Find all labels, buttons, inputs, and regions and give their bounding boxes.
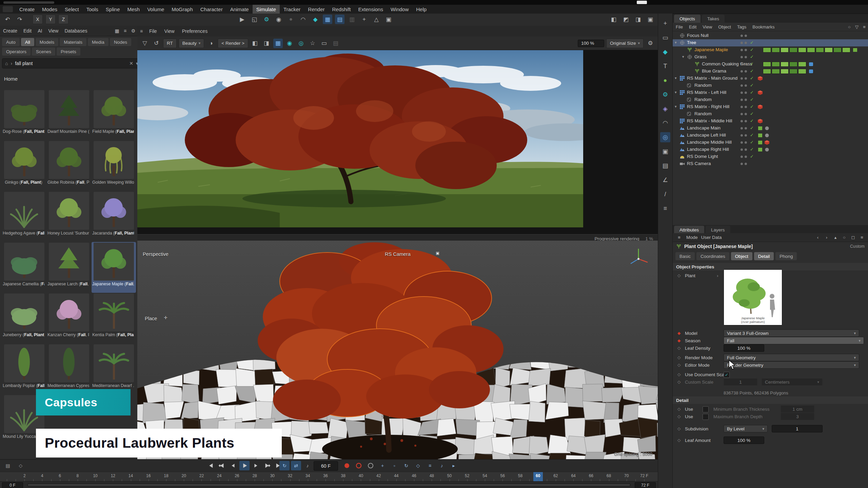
place-tool-icon[interactable]: ✛ (164, 315, 167, 320)
material-swatch[interactable] (825, 47, 833, 53)
asset-item[interactable]: Field Maple (Fall, Plant) (92, 89, 136, 140)
season-dropdown[interactable]: Fall▾ (724, 337, 864, 344)
key-diamond-icon[interactable]: ◇ (677, 372, 680, 377)
redo-icon[interactable]: ↷ (15, 15, 24, 24)
grid-view-icon[interactable]: ▦ (113, 27, 121, 35)
viewport-camera-label[interactable]: RS Camera (385, 251, 411, 257)
keyframe-diamond-icon[interactable]: ◆ (677, 338, 680, 343)
menu-mograph[interactable]: MoGraph (168, 5, 197, 14)
instance-tag-icon[interactable] (808, 62, 814, 67)
material-swatch[interactable] (763, 69, 771, 74)
undo-icon[interactable]: ↶ (3, 15, 12, 24)
visibility-dot-render[interactable] (745, 141, 747, 144)
snapshot-add-icon[interactable]: ◎ (296, 39, 306, 48)
material-swatch[interactable] (781, 47, 789, 53)
enabled-check-icon[interactable]: ✓ (750, 111, 754, 116)
sound-icon[interactable]: ♪ (302, 461, 313, 470)
parameter-key-toggle[interactable]: ◇ (413, 461, 423, 470)
objects-menu-bookmarks[interactable]: Bookmarks (749, 24, 777, 29)
simulation-scene-icon[interactable]: ● (660, 75, 670, 85)
visibility-dot-editor[interactable] (741, 134, 743, 137)
redshift-matrix-tag-icon[interactable] (757, 76, 763, 81)
objects-menu-file[interactable]: File (673, 24, 686, 29)
coordinates-icon[interactable]: △ (372, 15, 381, 24)
subdivision-mode-dropdown[interactable]: By Level▾ (724, 425, 768, 432)
record-button[interactable] (342, 461, 352, 470)
attr-tab-phong[interactable]: Phong (775, 252, 797, 260)
asset-item[interactable]: Kentia Palm (Fall, Plant) (92, 293, 136, 344)
min-branch-field[interactable]: 1 cm (781, 405, 814, 413)
filter-scenes[interactable]: Scenes (32, 47, 55, 56)
play-button[interactable] (239, 461, 250, 470)
material-swatch[interactable] (789, 62, 797, 67)
filter-nodes[interactable]: Nodes (110, 38, 131, 46)
visibility-dot-render[interactable] (745, 70, 747, 73)
lut-icon[interactable]: ◑ (206, 39, 216, 48)
asset-item[interactable]: Japanese Larch (Fall, ... (47, 242, 91, 293)
history-icon[interactable]: ↺ (152, 39, 161, 48)
render-view-menu-icon[interactable]: ≡ (137, 26, 145, 36)
back-icon[interactable]: ‹ (814, 234, 821, 241)
user-data-menu[interactable]: User Data (701, 235, 722, 240)
visibility-dot-render[interactable] (745, 127, 747, 129)
visibility-dot-render[interactable] (745, 63, 747, 65)
min-branch-checkbox[interactable] (703, 406, 709, 412)
render-select-dropdown[interactable]: < Render > (218, 39, 248, 48)
go-to-start-button[interactable] (205, 461, 215, 470)
visibility-dot-render[interactable] (745, 113, 747, 115)
render-zoom-field[interactable]: 100 % (578, 40, 604, 47)
asset-item[interactable]: Mediterranean Cypres... (47, 344, 91, 394)
visibility-dot-render[interactable] (745, 134, 747, 137)
enabled-check-icon[interactable]: ✓ (750, 54, 754, 59)
material-swatch[interactable] (798, 62, 806, 67)
menu-redshift[interactable]: Redshift (329, 5, 355, 14)
plant-preview-thumbnail[interactable]: Japanese Maple (Acer palmatum) (724, 269, 782, 325)
magnet-tool-icon[interactable]: ◠ (660, 118, 670, 128)
asset-menu-create[interactable]: Create (0, 28, 20, 34)
instance-tag-icon[interactable] (808, 69, 814, 74)
redshift-matrix-tag-icon[interactable] (757, 104, 763, 109)
redshift-matrix-tag-icon[interactable] (757, 119, 763, 124)
object-row[interactable]: ▾RS Matrix - Right Hill✓ (673, 103, 868, 110)
menu-icon[interactable]: ≡ (861, 23, 868, 30)
object-row[interactable]: Random✓ (673, 110, 868, 118)
enabled-check-icon[interactable]: ✓ (750, 125, 754, 130)
object-row[interactable]: ▾RS Matrix - Main Ground✓ (673, 75, 868, 82)
layout-top-icon[interactable]: ◩ (621, 15, 631, 24)
material-swatch[interactable] (772, 47, 780, 53)
forward-icon[interactable]: › (823, 234, 830, 241)
max-branch-checkbox[interactable] (703, 414, 709, 420)
playback-rate-icon[interactable]: ▸ (449, 461, 459, 470)
visibility-dot-editor[interactable] (741, 127, 743, 129)
text-tool-icon[interactable]: T (660, 61, 670, 71)
attr-tab-coordinates[interactable]: Coordinates (696, 252, 729, 260)
render-canvas[interactable] (137, 50, 658, 234)
asset-item[interactable]: Golden Weeping Willo... (92, 140, 136, 191)
timeline-scrollbar[interactable] (27, 483, 631, 487)
enabled-check-icon[interactable]: ✓ (750, 61, 754, 66)
expand-arrow-icon[interactable]: ▾ (682, 55, 684, 59)
render-menu-preferences[interactable]: Preferences (178, 28, 211, 34)
material-swatch[interactable] (763, 47, 771, 53)
filter-models[interactable]: Models (36, 38, 59, 46)
asset-item[interactable]: Mediterranean Dwarf ... (92, 344, 136, 394)
pass-dropdown[interactable]: Beauty▾ (179, 39, 204, 48)
expand-arrow-icon[interactable]: ▾ (675, 76, 677, 80)
asset-item[interactable]: Kanzan Cherry (Fall, Pl... (47, 293, 91, 344)
visibility-dot-render[interactable] (745, 106, 747, 108)
timeline-mode-icon[interactable]: ▤ (3, 461, 13, 470)
enabled-check-icon[interactable]: ✓ (750, 40, 754, 45)
object-row[interactable]: Random✓ (673, 82, 868, 89)
filter-materials[interactable]: Materials (60, 38, 86, 46)
lock-icon[interactable]: ◻ (850, 234, 856, 241)
visibility-dot-render[interactable] (745, 35, 747, 37)
modeling-axis-icon[interactable]: ◆ (660, 47, 670, 57)
layout-left-icon[interactable]: ◧ (609, 15, 618, 24)
material-swatch[interactable] (842, 47, 850, 53)
menu-create[interactable]: Create (16, 5, 38, 14)
rotation-key-toggle[interactable]: ↻ (401, 461, 411, 470)
filter-all[interactable]: All (21, 38, 34, 46)
scale-key-toggle[interactable]: ▫ (389, 461, 399, 470)
leaf-amount-field[interactable]: 100 % (724, 436, 764, 444)
filter-operators[interactable]: Operators (2, 47, 31, 56)
